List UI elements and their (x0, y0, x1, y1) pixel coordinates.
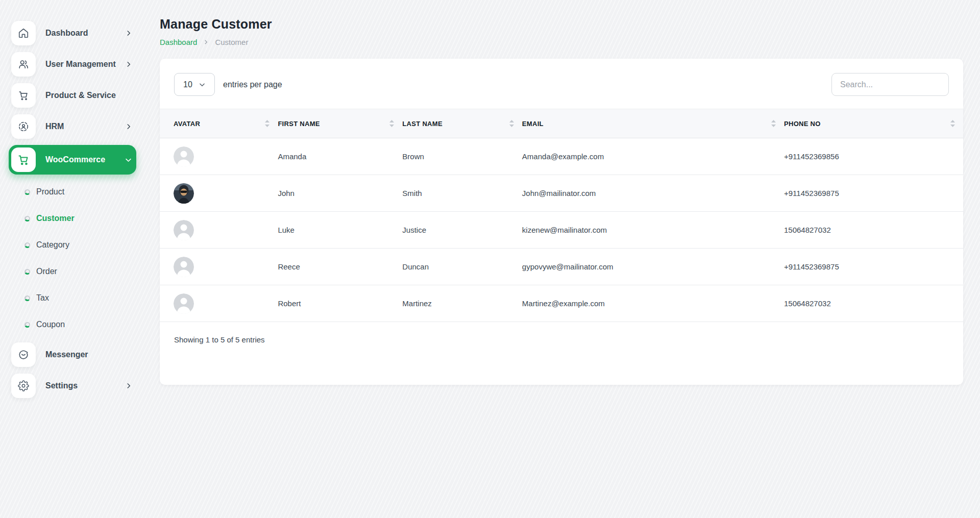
sidebar-item-label: HRM (45, 122, 125, 131)
main-content: Manage Customer Dashboard Customer 10 en… (145, 0, 980, 518)
sidebar-item-woocommerce[interactable]: WooCommerce (9, 145, 136, 175)
avatar-photo (174, 183, 194, 204)
table-controls: 10 entries per page (174, 73, 949, 96)
column-header-last-name[interactable]: LAST NAME (402, 109, 522, 138)
cell-phone: 15064827032 (784, 285, 963, 322)
bullet-ring-icon (24, 295, 30, 301)
submenu-item-category[interactable]: Category (0, 232, 145, 258)
chevron-down-icon (125, 156, 132, 164)
table-footer-status: Showing 1 to 5 of 5 entries (174, 335, 949, 344)
cell-first-name: Reece (278, 249, 402, 285)
cell-phone: 15064827032 (784, 212, 963, 249)
avatar-placeholder (174, 257, 194, 277)
cell-email: gypovywe@mailinator.com (522, 249, 784, 285)
avatar-placeholder (174, 293, 194, 314)
cart-icon (11, 147, 36, 172)
sidebar-item-label: Messenger (45, 350, 136, 359)
users-icon (11, 52, 36, 77)
sidebar-item-product-service[interactable]: Product & Service (9, 83, 136, 108)
chat-smile-icon (11, 342, 36, 367)
cell-email: Martinez@example.com (522, 285, 784, 322)
woocommerce-submenu: Product Customer Category Order Tax Coup… (0, 179, 145, 338)
bullet-ring-icon (24, 189, 30, 195)
chevron-right-icon (125, 123, 132, 130)
page-size-value: 10 (183, 80, 192, 89)
bullet-ring-icon (24, 269, 30, 275)
submenu-item-customer[interactable]: Customer (0, 205, 145, 232)
avatar-placeholder (174, 146, 194, 167)
chevron-right-icon (125, 382, 132, 389)
cell-email: kizenew@mailinator.com (522, 212, 784, 249)
cart-icon (11, 83, 36, 108)
cell-last-name: Justice (402, 212, 522, 249)
cell-phone: +911452369875 (784, 175, 963, 212)
sort-arrows-icon (265, 120, 270, 127)
chevron-down-icon (199, 81, 206, 88)
sort-arrows-icon (389, 120, 394, 127)
user-focus-icon (11, 114, 36, 139)
cell-last-name: Brown (402, 138, 522, 175)
customer-table-card: 10 entries per page AVATAR FIR (160, 59, 963, 385)
sidebar-item-label: Dashboard (45, 29, 125, 38)
cell-last-name: Duncan (402, 249, 522, 285)
table-row: Robert Martinez Martinez@example.com 150… (160, 285, 963, 322)
home-icon (11, 21, 36, 45)
cell-first-name: Luke (278, 212, 402, 249)
table-row: Reece Duncan gypovywe@mailinator.com +91… (160, 249, 963, 285)
gear-icon (11, 374, 36, 398)
bullet-ring-icon (24, 322, 30, 328)
submenu-item-label: Tax (36, 293, 49, 303)
sidebar-item-hrm[interactable]: HRM (9, 114, 136, 139)
bullet-ring-icon (24, 242, 30, 248)
page-size-select[interactable]: 10 (174, 73, 215, 96)
page-title: Manage Customer (160, 17, 963, 32)
cell-first-name: Robert (278, 285, 402, 322)
chevron-right-icon (125, 61, 132, 68)
column-header-avatar[interactable]: AVATAR (160, 109, 278, 138)
cell-phone: +911452369856 (784, 138, 963, 175)
sidebar-item-label: WooCommerce (45, 155, 125, 164)
entries-per-page-label: entries per page (223, 80, 282, 89)
submenu-item-label: Category (36, 240, 69, 250)
sidebar-item-label: Product & Service (45, 91, 136, 100)
page-size-controls: 10 entries per page (174, 73, 282, 96)
cell-last-name: Smith (402, 175, 522, 212)
submenu-item-label: Customer (36, 214, 75, 223)
sidebar-item-label: User Management (45, 60, 125, 69)
search-input[interactable] (831, 73, 949, 96)
bullet-ring-icon (24, 216, 30, 221)
column-header-first-name[interactable]: FIRST NAME (278, 109, 402, 138)
sort-arrows-icon (509, 120, 514, 127)
table-header-row: AVATAR FIRST NAME LAST NAME EMAIL (160, 109, 963, 138)
sidebar-item-label: Settings (45, 381, 125, 390)
breadcrumb-current: Customer (215, 38, 248, 46)
sidebar-item-dashboard[interactable]: Dashboard (9, 20, 136, 46)
sort-arrows-icon (950, 120, 955, 127)
customer-table: AVATAR FIRST NAME LAST NAME EMAIL (160, 109, 963, 322)
column-header-phone[interactable]: PHONE NO (784, 109, 963, 138)
cell-first-name: Amanda (278, 138, 402, 175)
submenu-item-label: Coupon (36, 320, 65, 329)
cell-email: John@mailinator.com (522, 175, 784, 212)
cell-email: Amanda@example.com (522, 138, 784, 175)
sidebar-item-settings[interactable]: Settings (9, 373, 136, 399)
sort-arrows-icon (771, 120, 776, 127)
chevron-right-icon (203, 39, 209, 45)
breadcrumb: Dashboard Customer (160, 38, 963, 46)
cell-last-name: Martinez (402, 285, 522, 322)
table-row: Amanda Brown Amanda@example.com +9114523… (160, 138, 963, 175)
cell-first-name: John (278, 175, 402, 212)
sidebar-item-messenger[interactable]: Messenger (9, 342, 136, 367)
sidebar: Dashboard User Management Product & Serv… (0, 0, 145, 518)
cell-phone: +911452369875 (784, 249, 963, 285)
table-row: John Smith John@mailinator.com +91145236… (160, 175, 963, 212)
submenu-item-coupon[interactable]: Coupon (0, 311, 145, 338)
submenu-item-tax[interactable]: Tax (0, 285, 145, 311)
submenu-item-label: Order (36, 267, 57, 276)
sidebar-item-user-management[interactable]: User Management (9, 52, 136, 77)
submenu-item-order[interactable]: Order (0, 258, 145, 285)
chevron-right-icon (125, 30, 132, 37)
submenu-item-product[interactable]: Product (0, 179, 145, 205)
breadcrumb-link-dashboard[interactable]: Dashboard (160, 38, 197, 46)
column-header-email[interactable]: EMAIL (522, 109, 784, 138)
